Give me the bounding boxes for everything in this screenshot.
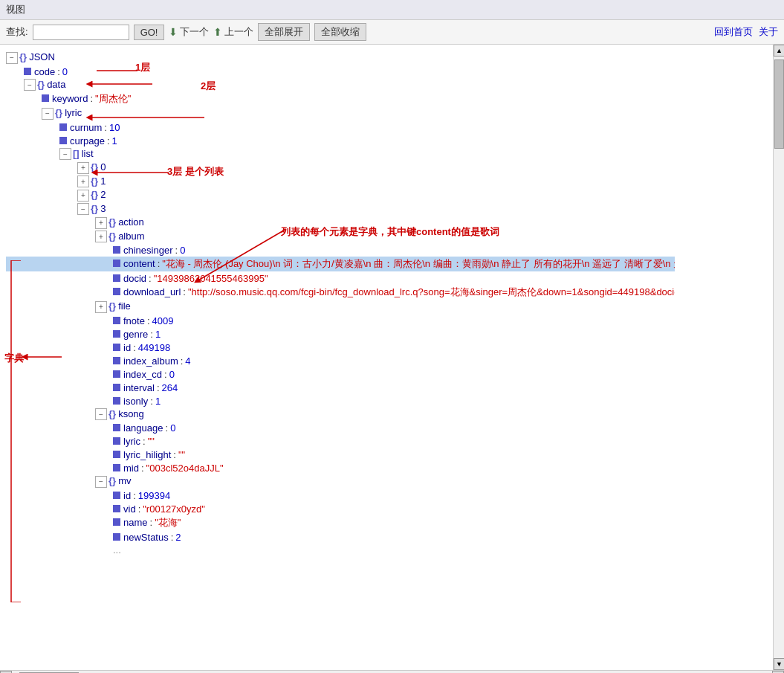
lyric-toggle[interactable]: − [42,108,54,120]
home-link[interactable]: 回到首页 [714,25,753,39]
obj-icon: {} [19,51,27,62]
action-toggle[interactable]: + [95,217,107,229]
lyric-hilight-row: lyric_hilight : "" [6,448,773,461]
prop-icon [113,246,120,254]
code-row: code : 0 [6,65,773,78]
root-toggle[interactable]: − [6,52,18,64]
genre-row: genre : 1 [6,327,773,341]
list-0-row[interactable]: + {} 0 [6,161,773,175]
scroll-left-button[interactable]: ◀ [0,671,12,674]
language-row: language : 0 [6,421,773,434]
prop-icon [59,137,67,144]
prop-icon [113,533,120,541]
next-nav[interactable]: ⬇ 下一个 [169,25,209,39]
obj-icon-data: {} [37,79,45,90]
prop-icon [113,518,120,526]
arr-icon-list: [] [73,148,80,159]
collapse-all-button[interactable]: 全部收缩 [314,23,366,41]
file-row[interactable]: + {} file [6,300,773,314]
go-button[interactable]: GO! [134,25,165,40]
index-album-row: index_album : 4 [6,354,773,367]
scroll-right-button[interactable]: ▶ [772,671,784,674]
list1-toggle[interactable]: + [77,176,89,187]
action-row[interactable]: + {} action [6,216,773,230]
vertical-scrollbar[interactable]: ▲ ▼ [773,45,784,670]
main-area: 1层 2层 3层 是个列表 列表的每个元素是字典，其中键content的值是歌词… [0,45,784,670]
prop-icon [113,505,120,512]
mid-row: mid : "003cl52o4daJJL" [6,461,773,474]
ksong-row[interactable]: − {} ksong [6,408,773,422]
tree-content: − {} JSON code : 0 − {} data keyword [0,48,773,559]
data-toggle[interactable]: − [24,79,36,91]
search-input[interactable] [33,25,129,40]
obj-icon-1: {} [91,176,98,187]
newstatus-row: newStatus : 2 [6,530,773,544]
prop-icon [113,424,120,431]
list3-toggle[interactable]: − [77,203,89,215]
album-toggle[interactable]: + [95,231,107,242]
scroll-up-button[interactable]: ▲ [774,45,784,57]
arrow-up-icon: ⬆ [213,26,222,38]
prop-icon [113,344,120,351]
prop-icon [113,260,120,267]
lyric2-row: lyric : "" [6,434,773,448]
prop-icon [113,370,120,378]
prop-icon [113,288,120,295]
expand-all-button[interactable]: 全部展开 [258,23,310,41]
prev-nav[interactable]: ⬆ 上一个 [213,25,253,39]
scroll-thumb[interactable] [774,59,784,149]
obj-icon-action: {} [108,216,116,228]
list-2-row[interactable]: + {} 2 [6,188,773,202]
mv-row[interactable]: − {} mv [6,474,773,489]
obj-icon-file: {} [108,300,116,312]
fnote-row: fnote : 4009 [6,314,773,327]
more-row: ... [6,544,773,556]
prop-icon [113,317,120,324]
interval-row: interval : 264 [6,381,773,394]
list-1-row[interactable]: + {} 1 [6,175,773,189]
chinesinger-row: chinesinger : 0 [6,243,773,257]
docid-row: docid : "14939863041555463995" [6,271,773,285]
id-row: id : 449198 [6,341,773,354]
list-3-row[interactable]: − {} 3 [6,202,773,216]
list-row[interactable]: − [] list [6,147,773,161]
obj-icon-3: {} [91,203,98,214]
prop-icon [113,397,120,405]
file-toggle[interactable]: + [95,301,107,313]
list-toggle[interactable]: − [59,148,71,160]
mv-vid-row: vid : "r00127x0yzd" [6,502,773,515]
list0-toggle[interactable]: + [77,162,89,174]
prev-label: 上一个 [224,25,253,39]
obj-icon-mv: {} [108,475,116,486]
arrow-down-icon: ⬇ [169,26,178,38]
obj-icon-ksong: {} [108,408,116,419]
prop-icon [113,357,120,364]
obj-icon-lyric: {} [55,107,62,118]
mv-id-row: id : 199394 [6,489,773,502]
about-link[interactable]: 关于 [759,25,778,39]
prop-icon [113,330,120,338]
prop-icon [24,68,31,75]
scroll-down-button[interactable]: ▼ [774,658,784,670]
download-url-row: download_url : "http://soso.music.qq.com… [6,285,675,300]
prop-icon [59,123,67,131]
ksong-toggle[interactable]: − [95,408,107,420]
hscroll-track [12,671,772,674]
prop-icon [113,451,120,458]
tree-root[interactable]: − {} JSON [6,51,773,65]
prop-icon [113,464,120,471]
title-bar: 视图 [0,0,784,20]
isonly-row: isonly : 1 [6,394,773,408]
tree-area[interactable]: 1层 2层 3层 是个列表 列表的每个元素是字典，其中键content的值是歌词… [0,45,773,670]
list2-toggle[interactable]: + [77,190,89,202]
lyric-row[interactable]: − {} lyric [6,106,773,120]
content-row: content : "花海 - 周杰伦 (Jay Chou)\n 词：古小力/黄… [6,257,675,271]
name-row: name : "花海" [6,515,773,530]
prop-icon [113,492,120,499]
index-cd-row: index_cd : 0 [6,367,773,381]
album-row[interactable]: + {} album [6,230,773,244]
horizontal-scrollbar[interactable]: ◀ ▶ [0,670,784,673]
keyword-row: keyword : "周杰伦" [6,91,773,106]
data-row[interactable]: − {} data [6,78,773,92]
mv-toggle[interactable]: − [95,476,107,488]
